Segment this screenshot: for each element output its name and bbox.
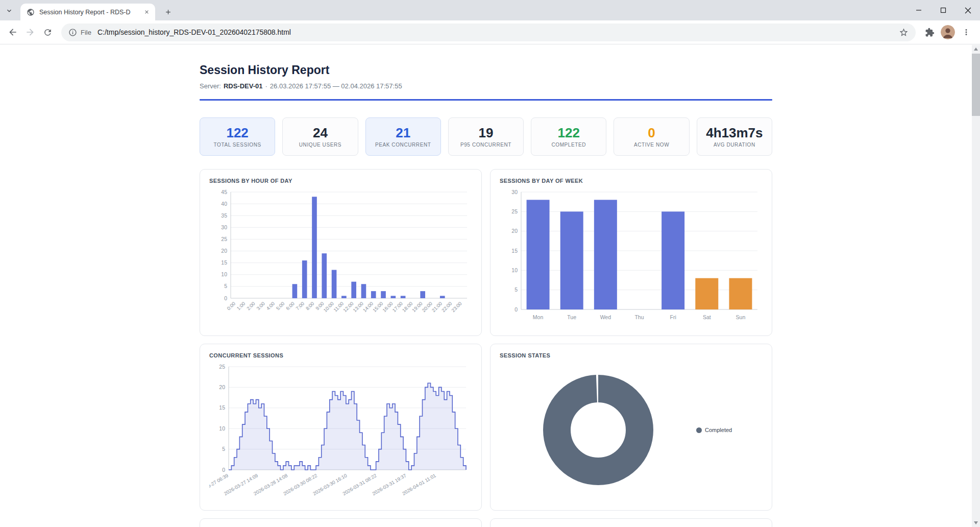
- svg-text:Sun: Sun: [736, 314, 746, 320]
- browser-toolbar: File C:/tmp/session_history_RDS-DEV-01_2…: [0, 20, 980, 44]
- kpi-label: COMPLETED: [551, 142, 586, 148]
- forward-button[interactable]: [21, 23, 39, 41]
- charts-grid: SESSIONS BY HOUR OF DAY 0510152025303540…: [200, 169, 772, 527]
- browser-menu-icon[interactable]: [958, 23, 975, 41]
- server-name: RDS-DEV-01: [224, 82, 263, 90]
- browser-tab-strip: Session History Report - RDS-D: [0, 0, 980, 20]
- svg-text:1:00: 1:00: [235, 301, 246, 312]
- session-states-chart: Completed: [500, 361, 763, 499]
- kpi-total-sessions: 122 TOTAL SESSIONS: [200, 117, 275, 156]
- kpi-unique-users: 24 UNIQUE USERS: [282, 117, 358, 156]
- page-title: Session History Report: [200, 63, 772, 77]
- svg-text:15: 15: [219, 404, 225, 411]
- extensions-icon[interactable]: [921, 23, 938, 41]
- window-maximize-button[interactable]: [931, 0, 955, 20]
- svg-text:5: 5: [222, 446, 225, 452]
- browser-tab[interactable]: Session History Report - RDS-D: [20, 4, 155, 20]
- svg-text:17:00: 17:00: [391, 301, 404, 314]
- page-info-icon[interactable]: [68, 28, 77, 37]
- svg-text:16:00: 16:00: [381, 301, 394, 314]
- tab-search-chevron-icon[interactable]: [4, 6, 14, 16]
- svg-text:25: 25: [219, 364, 225, 370]
- svg-text:5: 5: [224, 283, 227, 289]
- kpi-label: P95 CONCURRENT: [460, 142, 511, 148]
- svg-text:10: 10: [221, 271, 227, 277]
- svg-text:22:00: 22:00: [440, 301, 453, 314]
- back-button[interactable]: [4, 23, 21, 41]
- page-favicon-icon: [27, 8, 35, 16]
- svg-text:Fri: Fri: [670, 314, 676, 320]
- chart-card-sessions-by-hour: SESSIONS BY HOUR OF DAY 0510152025303540…: [200, 169, 482, 336]
- kpi-label: UNIQUE USERS: [299, 142, 341, 148]
- kpi-avg-duration: 4h13m7s AVG DURATION: [697, 117, 772, 156]
- chart-card-concurrent-sessions: CONCURRENT SESSIONS 05101520252026-03-27…: [200, 344, 482, 511]
- profile-avatar[interactable]: [941, 25, 955, 39]
- address-bar[interactable]: File C:/tmp/session_history_RDS-DEV-01_2…: [61, 23, 916, 41]
- svg-text:35: 35: [221, 212, 227, 219]
- chart-title: SESSIONS BY HOUR OF DAY: [209, 178, 472, 184]
- page-content: Session History Report Server: RDS-DEV-0…: [0, 45, 972, 527]
- new-tab-button[interactable]: [161, 5, 175, 19]
- scrollbar-down-icon[interactable]: [972, 519, 980, 527]
- window-close-button[interactable]: [955, 0, 980, 20]
- svg-text:25: 25: [511, 208, 518, 214]
- svg-text:20:00: 20:00: [421, 301, 433, 314]
- scrollbar-up-icon[interactable]: [972, 45, 980, 53]
- subtitle-separator: ·: [265, 82, 267, 90]
- svg-text:0: 0: [224, 295, 227, 301]
- svg-text:8:00: 8:00: [305, 301, 315, 312]
- svg-text:0: 0: [514, 306, 518, 313]
- svg-text:7:00: 7:00: [295, 301, 305, 312]
- svg-text:15: 15: [511, 248, 518, 254]
- url-text[interactable]: C:/tmp/session_history_RDS-DEV-01_202604…: [97, 28, 291, 36]
- tab-title: Session History Report - RDS-D: [39, 9, 142, 16]
- svg-text:2:00: 2:00: [246, 301, 256, 312]
- svg-text:40: 40: [221, 201, 227, 207]
- reload-button[interactable]: [39, 23, 56, 41]
- svg-text:Thu: Thu: [634, 314, 644, 320]
- kpi-value: 122: [558, 126, 580, 139]
- accent-rule: [200, 99, 772, 101]
- svg-text:10: 10: [219, 425, 225, 432]
- svg-text:0: 0: [222, 467, 225, 473]
- svg-text:11:00: 11:00: [332, 301, 345, 313]
- svg-text:15:00: 15:00: [372, 301, 384, 314]
- kpi-label: AVG DURATION: [714, 142, 755, 148]
- chart-card-cutoff-left: [200, 518, 482, 527]
- svg-text:4:00: 4:00: [265, 301, 276, 312]
- svg-text:10: 10: [511, 267, 518, 273]
- chart-title: SESSIONS BY DAY OF WEEK: [500, 178, 763, 184]
- svg-text:Tue: Tue: [567, 314, 576, 320]
- concurrent-sessions-chart: 05101520252026-03-27 06:392026-03-27 14:…: [209, 361, 472, 499]
- bookmark-star-icon[interactable]: [899, 28, 909, 37]
- svg-text:20: 20: [219, 384, 225, 390]
- kpi-label: ACTIVE NOW: [634, 142, 669, 148]
- kpi-peak-concurrent: 21 PEAK CONCURRENT: [365, 117, 441, 156]
- server-label: Server:: [200, 82, 221, 90]
- svg-text:20: 20: [221, 248, 227, 254]
- chart-title: CONCURRENT SESSIONS: [209, 352, 472, 358]
- scrollbar-thumb[interactable]: [972, 54, 980, 116]
- legend-label: Completed: [705, 427, 732, 433]
- kpi-label: PEAK CONCURRENT: [375, 142, 431, 148]
- kpi-label: TOTAL SESSIONS: [214, 142, 261, 148]
- page-scrollbar[interactable]: [972, 45, 980, 527]
- svg-text:0:00: 0:00: [226, 301, 236, 312]
- window-minimize-button[interactable]: [906, 0, 931, 20]
- svg-text:Sat: Sat: [703, 314, 711, 320]
- kpi-value: 0: [648, 126, 655, 139]
- kpi-value: 19: [479, 126, 494, 139]
- svg-text:14:00: 14:00: [362, 301, 375, 314]
- kpi-row: 122 TOTAL SESSIONS 24 UNIQUE USERS 21 PE…: [200, 117, 772, 156]
- sessions-by-hour-chart: 0510152025303540450:001:002:003:004:005:…: [209, 186, 472, 325]
- kpi-value: 122: [226, 126, 248, 139]
- chart-card-cutoff-right: [490, 518, 772, 527]
- kpi-value: 24: [313, 126, 328, 139]
- svg-text:10:00: 10:00: [322, 301, 335, 314]
- svg-text:21:00: 21:00: [431, 301, 444, 314]
- tab-close-icon[interactable]: [142, 8, 151, 16]
- svg-text:6:00: 6:00: [285, 301, 296, 312]
- svg-text:2026-04-01 11:01: 2026-04-01 11:01: [401, 472, 437, 496]
- svg-text:5: 5: [514, 286, 518, 293]
- kpi-completed: 122 COMPLETED: [531, 117, 606, 156]
